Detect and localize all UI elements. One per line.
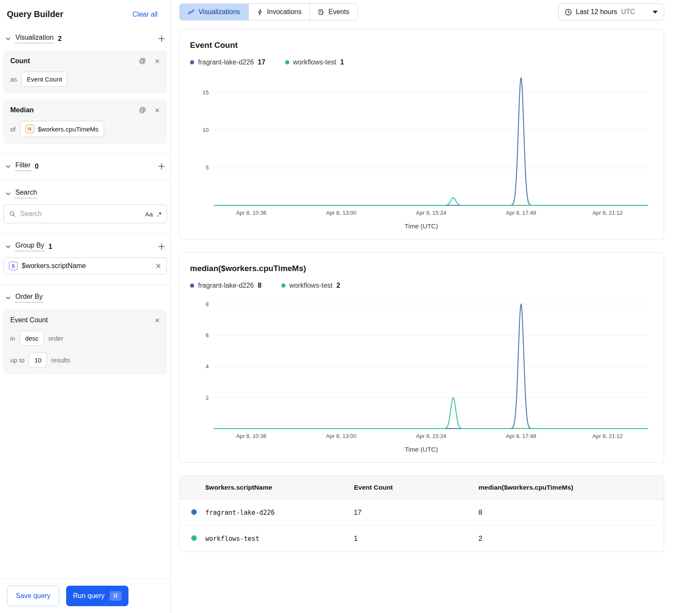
svg-text:8: 8 (206, 301, 209, 307)
in-label: in (10, 335, 15, 342)
svg-text:Apr 8, 10:36: Apr 8, 10:36 (236, 210, 266, 216)
series-dot (190, 283, 194, 288)
chevron-down-icon[interactable] (5, 244, 11, 250)
sort-direction-chip[interactable]: desc (20, 331, 44, 346)
median-chart-panel: median($workers.cpuTimeMs) fragrant-lake… (179, 252, 664, 463)
add-filter-button[interactable] (158, 163, 165, 170)
page-title: Query Builder (7, 9, 63, 19)
chevron-down-icon[interactable] (5, 295, 11, 301)
tab-visualizations[interactable]: Visualizations (180, 4, 249, 20)
at-icon[interactable]: @ (139, 106, 146, 114)
cell-median: 8 (478, 509, 664, 517)
query-builder-sidebar: Query Builder Clear all Visualization 2 (0, 0, 171, 613)
add-group-by-button[interactable] (158, 243, 165, 250)
regex-icon[interactable]: .* (157, 210, 161, 218)
svg-text:6: 6 (206, 332, 209, 339)
filter-count: 0 (35, 163, 39, 170)
tab-events[interactable]: Events (310, 4, 357, 20)
chart-title: median($workers.cpuTimeMs) (190, 264, 653, 273)
results-table: $workers.scriptName Event Count median($… (179, 476, 664, 552)
cell-script-name: workflows-test (205, 535, 354, 543)
svg-text:Apr 8, 13:00: Apr 8, 13:00 (326, 433, 356, 439)
svg-text:2: 2 (206, 394, 209, 401)
svg-text:Apr 8, 21:12: Apr 8, 21:12 (592, 433, 623, 439)
at-icon[interactable]: @ (139, 57, 146, 65)
svg-text:Apr 8, 10:36: Apr 8, 10:36 (236, 433, 266, 439)
line-chart-icon (188, 9, 195, 15)
remove-group-by-icon[interactable] (155, 263, 161, 269)
chevron-down-icon[interactable] (5, 191, 11, 197)
chevron-down-icon (653, 11, 658, 14)
sidebar-header: Query Builder Clear all (0, 0, 170, 26)
legend-series-value: 1 (340, 58, 344, 66)
series-dot (285, 60, 289, 64)
run-shortcut-badge: R (110, 591, 122, 601)
svg-text:5: 5 (206, 164, 209, 171)
chart-legend: fragrant-lake-d226 8 workflows-test 2 (190, 282, 653, 289)
view-tabs: Visualizations Invocations Events (179, 3, 358, 20)
svg-text:Apr 8, 15:24: Apr 8, 15:24 (416, 210, 446, 216)
up-to-label: up to (10, 356, 24, 364)
column-header-script-name: $workers.scriptName (205, 484, 354, 491)
order-by-field: Event Count (10, 316, 48, 324)
close-icon[interactable] (155, 318, 160, 323)
tab-visualizations-label: Visualizations (198, 8, 240, 16)
string-type-icon: S (9, 262, 18, 270)
legend-series-value: 2 (336, 282, 340, 289)
visualization-card-count: Count @ as Event Count (3, 50, 167, 93)
line-chart: 2468Apr 8, 10:36Apr 8, 13:00Apr 8, 15:24… (190, 291, 653, 445)
table-row[interactable]: fragrant-lake-d226 17 8 (180, 499, 664, 525)
table-header-row: $workers.scriptName Event Count median($… (180, 476, 664, 499)
search-box: Aa .* (3, 204, 167, 223)
run-query-button[interactable]: Run query R (66, 586, 128, 606)
events-note-icon (318, 9, 324, 15)
svg-text:15: 15 (203, 89, 209, 96)
legend-item[interactable]: fragrant-lake-d226 17 (190, 58, 265, 66)
group-by-item[interactable]: S $workers.scriptName (3, 257, 167, 274)
time-range-label: Last 12 hours (576, 8, 617, 16)
legend-series-name: fragrant-lake-d226 (198, 58, 254, 66)
group-by-field-name: $workers.scriptName (22, 262, 86, 270)
result-limit-chip[interactable]: 10 (29, 353, 47, 368)
median-field-name: $workers.cpuTimeMs (38, 126, 99, 133)
count-card-title: Count (10, 57, 30, 65)
chevron-down-icon[interactable] (5, 163, 11, 169)
match-case-icon[interactable]: Aa (145, 210, 153, 218)
column-header-median: median($workers.cpuTimeMs) (478, 484, 664, 491)
cell-script-name: fragrant-lake-d226 (205, 509, 354, 517)
save-query-button[interactable]: Save query (7, 586, 59, 606)
column-header-event-count: Event Count (354, 484, 478, 491)
series-dot (281, 283, 286, 288)
lightning-icon (257, 9, 263, 15)
legend-item[interactable]: fragrant-lake-d226 8 (190, 282, 262, 289)
svg-text:Apr 8, 21:12: Apr 8, 21:12 (592, 210, 623, 216)
table-row[interactable]: workflows-test 1 2 (180, 525, 664, 552)
close-icon[interactable] (155, 58, 160, 64)
section-group-by: Group By 1 S $workers.scriptName (0, 234, 170, 285)
order-by-card: Event Count in desc order up to (3, 309, 167, 374)
event-count-alias-chip[interactable]: Event Count (21, 72, 68, 87)
legend-series-value: 8 (258, 282, 262, 289)
time-range-select[interactable]: Last 12 hours UTC (558, 3, 664, 20)
legend-item[interactable]: workflows-test 1 (285, 58, 344, 66)
visualization-card-median: Median @ of N $workers.cpuTimeMs (3, 99, 167, 144)
x-axis-title: Time (UTC) (190, 222, 653, 230)
as-label: as (10, 76, 17, 83)
close-icon[interactable] (155, 108, 160, 113)
order-by-section-label: Order By (15, 293, 43, 303)
add-visualization-button[interactable] (158, 35, 165, 42)
median-card-title: Median (10, 106, 34, 114)
chevron-down-icon[interactable] (5, 36, 11, 42)
median-field-chip[interactable]: N $workers.cpuTimeMs (20, 121, 104, 137)
tab-invocations[interactable]: Invocations (249, 4, 310, 20)
clear-all-link[interactable]: Clear all (132, 11, 158, 18)
x-axis-title: Time (UTC) (190, 446, 653, 453)
search-icon (9, 210, 16, 217)
cell-event-count: 1 (354, 535, 478, 543)
tab-events-label: Events (328, 8, 349, 16)
search-input[interactable] (20, 210, 141, 218)
section-visualization: Visualization 2 Count @ (0, 26, 170, 153)
legend-item[interactable]: workflows-test 2 (281, 282, 340, 289)
svg-text:10: 10 (203, 127, 209, 133)
svg-text:Apr 8, 15:24: Apr 8, 15:24 (416, 433, 446, 439)
